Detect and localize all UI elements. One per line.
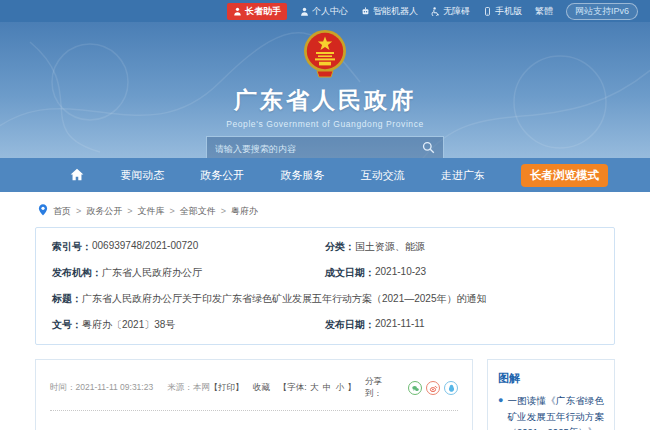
meta-index-label: 索引号：	[52, 240, 92, 254]
home-icon	[70, 171, 84, 183]
nav-item-gov-services[interactable]: 政务服务	[280, 168, 324, 183]
breadcrumb-separator: >	[221, 206, 226, 216]
breadcrumb-gov-disclosure[interactable]: 政务公开	[86, 205, 122, 218]
breadcrumb-all-files[interactable]: 全部文件	[180, 205, 216, 218]
robot-icon	[361, 7, 370, 16]
article-source: 来源：本网	[167, 382, 210, 394]
article-time: 时间：2021-11-11 09:31:23	[50, 382, 153, 394]
meta-index-value: 006939748/2021-00720	[92, 240, 198, 254]
mobile-version-label: 手机版	[495, 5, 522, 18]
meta-issuing-agency: 发布机构： 广东省人民政府办公厅	[52, 266, 325, 280]
breadcrumb-yuefuban[interactable]: 粤府办	[231, 205, 258, 218]
meta-written-date-value: 2021-10-23	[375, 266, 426, 280]
traditional-chinese-link[interactable]: 繁體	[535, 5, 553, 18]
sidebar-link-infographic-text: 一图读懂《广东省绿色矿业发展五年行动方案（2021—2025年）》	[507, 393, 604, 430]
site-banner: 广东省人民政府 People's Government of Guangdong…	[0, 22, 650, 158]
breadcrumb-home[interactable]: 首页	[53, 205, 71, 218]
meta-docno-label: 文号：	[52, 318, 82, 332]
sidebar-heading-infographic[interactable]: 图解	[498, 371, 604, 386]
favorite-button[interactable]: 收藏	[253, 382, 270, 394]
nav-item-gov-disclosure[interactable]: 政务公开	[200, 168, 244, 183]
nav-item-news[interactable]: 要闻动态	[120, 168, 164, 183]
accessibility-label: 无障碍	[443, 5, 470, 18]
share-wechat-icon[interactable]	[408, 381, 422, 395]
share-icons	[408, 381, 458, 395]
font-size-large-button[interactable]: 大	[310, 382, 319, 392]
breadcrumb-separator: >	[170, 206, 175, 216]
nav-home-button[interactable]	[70, 168, 84, 183]
phone-icon	[483, 7, 492, 16]
meta-document-number: 文号： 粤府办〔2021〕38号	[52, 318, 325, 332]
font-size-medium-button[interactable]: 中	[323, 382, 332, 392]
ipv6-badge[interactable]: 网站支持IPv6	[566, 3, 638, 20]
accessibility-icon	[431, 7, 440, 16]
print-button[interactable]: 【打印】	[210, 382, 244, 394]
elder-assist-label: 长者助手	[245, 5, 281, 18]
font-size-control: 【字体: 大 中 小 】	[279, 382, 356, 394]
smart-robot-label: 智能机器人	[373, 5, 418, 18]
meta-index-number: 索引号： 006939748/2021-00720	[52, 240, 325, 254]
article-panel: 时间：2021-11-11 09:31:23 来源：本网 【打印】 收藏 【字体…	[35, 359, 473, 430]
search-icon[interactable]	[422, 140, 435, 158]
personal-center-label: 个人中心	[312, 5, 348, 18]
sidebar-link-infographic[interactable]: ● 一图读懂《广东省绿色矿业发展五年行动方案（2021—2025年）》	[498, 393, 604, 430]
meta-publish-date: 发布日期： 2021-11-11	[325, 318, 598, 332]
elder-browse-mode-button[interactable]: 长者浏览模式	[521, 164, 608, 187]
breadcrumb-file-library[interactable]: 文件库	[138, 205, 165, 218]
personal-center-link[interactable]: 个人中心	[300, 5, 348, 18]
location-pin-icon	[38, 204, 48, 218]
user-icon	[300, 7, 309, 16]
main-nav: 要闻动态 政务公开 政务服务 互动交流 走进广东 长者浏览模式	[0, 158, 650, 192]
traditional-chinese-label: 繁體	[535, 5, 553, 18]
meta-written-date-label: 成文日期：	[325, 266, 375, 280]
search-input[interactable]	[215, 144, 422, 154]
meta-category: 分类： 国土资源、能源	[325, 240, 598, 254]
breadcrumb-separator: >	[127, 206, 132, 216]
search-bar[interactable]	[206, 136, 444, 158]
elder-assist-button[interactable]: 长者助手	[227, 3, 287, 20]
document-metadata-box: 索引号： 006939748/2021-00720 分类： 国土资源、能源 发布…	[35, 227, 615, 345]
article-toolbar: 时间：2021-11-11 09:31:23 来源：本网 【打印】 收藏 【字体…	[50, 372, 458, 411]
meta-agency-label: 发布机构：	[52, 266, 102, 280]
bullet-dot-icon: ●	[498, 393, 503, 430]
font-size-suffix: 】	[348, 382, 357, 392]
site-title: 广东省人民政府	[234, 85, 416, 116]
share-qq-icon[interactable]	[444, 381, 458, 395]
meta-pub-date-label: 发布日期：	[325, 318, 375, 332]
content-columns: 时间：2021-11-11 09:31:23 来源：本网 【打印】 收藏 【字体…	[35, 359, 615, 430]
meta-agency-value: 广东省人民政府办公厅	[102, 266, 202, 280]
share-weibo-icon[interactable]	[426, 381, 440, 395]
meta-written-date: 成文日期： 2021-10-23	[325, 266, 598, 280]
related-sidebar: 图解 ● 一图读懂《广东省绿色矿业发展五年行动方案（2021—2025年）》 部…	[487, 359, 615, 430]
ipv6-label: 网站支持IPv6	[575, 5, 629, 18]
mobile-version-link[interactable]: 手机版	[483, 5, 522, 18]
smart-robot-link[interactable]: 智能机器人	[361, 5, 418, 18]
meta-docno-value: 粤府办〔2021〕38号	[82, 318, 175, 332]
meta-title-value: 广东省人民政府办公厅关于印发广东省绿色矿业发展五年行动方案（2021—2025年…	[82, 292, 487, 306]
accessibility-link[interactable]: 无障碍	[431, 5, 470, 18]
meta-pub-date-value: 2021-11-11	[375, 318, 425, 332]
site-subtitle-english: People's Government of Guangdong Provinc…	[226, 119, 424, 129]
breadcrumb-separator: >	[76, 206, 81, 216]
share-label: 分享到：	[365, 376, 399, 400]
meta-category-label: 分类：	[325, 240, 355, 254]
breadcrumb: 首页 > 政务公开 > 文件库 > 全部文件 > 粤府办	[38, 204, 650, 218]
nav-item-interaction[interactable]: 互动交流	[361, 168, 405, 183]
meta-category-value: 国土资源、能源	[355, 240, 425, 254]
elder-person-icon	[233, 7, 242, 16]
sidebar-section-infographic: 图解 ● 一图读懂《广东省绿色矿业发展五年行动方案（2021—2025年）》	[498, 371, 604, 430]
top-utility-bar: 长者助手 个人中心 智能机器人 无障碍 手机版 繁體 网站支持IPv6	[0, 0, 650, 22]
meta-document-title: 标题： 广东省人民政府办公厅关于印发广东省绿色矿业发展五年行动方案（2021—2…	[52, 292, 598, 306]
meta-title-label: 标题：	[52, 292, 82, 306]
national-emblem	[302, 29, 348, 83]
font-size-prefix: 【字体:	[279, 382, 307, 392]
nav-item-about-guangdong[interactable]: 走进广东	[441, 168, 485, 183]
font-size-small-button[interactable]: 小	[336, 382, 345, 392]
